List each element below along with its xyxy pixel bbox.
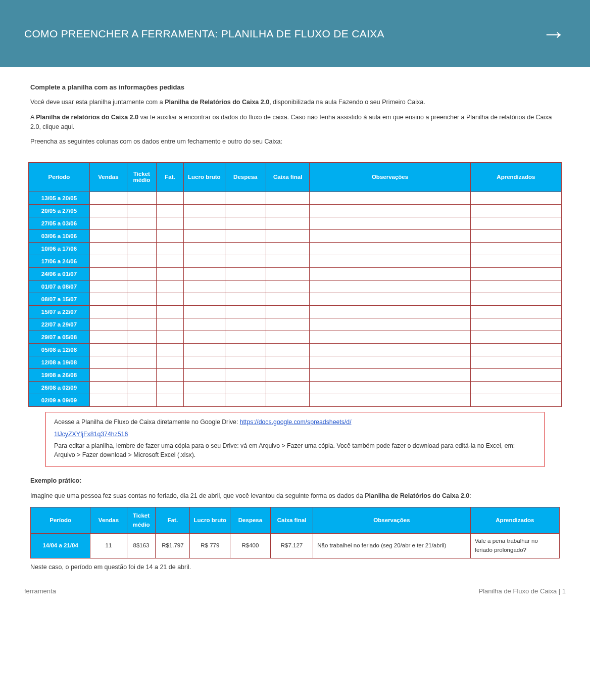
cell-despesa xyxy=(225,368,266,381)
intro-paragraph-1: Você deve usar esta planilha juntamente … xyxy=(30,98,560,107)
cell-ticket xyxy=(127,381,156,394)
cell-caixa xyxy=(266,331,309,343)
cell-apr xyxy=(470,293,561,305)
cell-caixa xyxy=(266,255,309,267)
ex-col-lucro: Lucro bruto xyxy=(190,507,230,534)
example-tail: Neste caso, o período em questão foi de … xyxy=(30,563,560,572)
cell-apr xyxy=(470,331,561,343)
table-row: 24/06 a 01/07 xyxy=(29,267,562,280)
ex-col-periodo: Período xyxy=(31,507,90,534)
cell-caixa xyxy=(266,280,309,293)
cell-ticket xyxy=(127,267,156,280)
cell-vendas xyxy=(89,343,127,356)
example-row: 14/04 a 21/04 11 8$163 R$1.797 R$ 779 R$… xyxy=(31,534,560,558)
table-row: 13/05 a 20/05 xyxy=(29,192,562,204)
intro-p1-c: , disponibilizada na aula Fazendo o seu … xyxy=(269,99,425,106)
cell-fat xyxy=(156,229,183,242)
cell-fat xyxy=(156,280,183,293)
cell-apr xyxy=(470,343,561,356)
cell-fat xyxy=(156,394,183,406)
table-row: 02/09 a 09/09 xyxy=(29,394,562,406)
cell-vendas xyxy=(89,280,127,293)
cell-apr xyxy=(470,217,561,229)
cell-lucro xyxy=(184,343,225,356)
cell-obs xyxy=(310,293,470,305)
cell-vendas xyxy=(89,356,127,368)
arrow-right-icon: → xyxy=(542,20,566,48)
cell-ticket xyxy=(127,192,156,204)
table-row: 27/05 a 03/06 xyxy=(29,217,562,229)
cell-lucro xyxy=(184,368,225,381)
table-row: 03/06 a 10/06 xyxy=(29,229,562,242)
cell-obs xyxy=(310,217,470,229)
cell-lucro xyxy=(184,204,225,217)
cell-caixa xyxy=(266,217,309,229)
col-ticket: Ticket médio xyxy=(127,162,156,192)
cell-periodo: 20/05 a 27/05 xyxy=(29,204,90,217)
cell-fat xyxy=(156,318,183,331)
cell-ticket xyxy=(127,280,156,293)
cell-periodo: 15/07 a 22/07 xyxy=(29,305,90,318)
cell-vendas xyxy=(89,204,127,217)
cell-periodo: 02/09 a 09/09 xyxy=(29,394,90,406)
cell-lucro xyxy=(184,381,225,394)
cell-caixa xyxy=(266,356,309,368)
cell-apr xyxy=(470,280,561,293)
cell-obs xyxy=(310,381,470,394)
cell-caixa xyxy=(266,293,309,305)
note-link-1[interactable]: https://docs.google.com/spreadsheets/d/ xyxy=(240,418,352,426)
cell-lucro xyxy=(184,356,225,368)
table-row: 29/07 a 05/08 xyxy=(29,331,562,343)
cell-vendas xyxy=(89,381,127,394)
example-header-row: Período Vendas Ticket médio Fat. Lucro b… xyxy=(31,507,560,534)
cell-periodo: 03/06 a 10/06 xyxy=(29,229,90,242)
cell-apr xyxy=(470,229,561,242)
cell-vendas xyxy=(89,331,127,343)
cell-lucro xyxy=(184,229,225,242)
intro-p1-a: Você deve usar esta planilha juntamente … xyxy=(30,99,165,106)
note-follow: Para editar a planilha, lembre de fazer … xyxy=(54,441,536,460)
cell-ticket xyxy=(127,368,156,381)
note-link-2[interactable]: 1lJcyZXYfjFx81q374hz516 xyxy=(54,431,128,438)
cell-vendas xyxy=(89,293,127,305)
cell-lucro xyxy=(184,318,225,331)
col-vendas: Vendas xyxy=(89,162,127,192)
cell-lucro xyxy=(184,217,225,229)
cell-despesa xyxy=(225,293,266,305)
cell-despesa xyxy=(225,331,266,343)
example-p-c: : xyxy=(469,492,471,499)
cell-apr xyxy=(470,242,561,255)
cell-apr xyxy=(470,267,561,280)
cell-despesa xyxy=(225,394,266,406)
table-row: 08/07 a 15/07 xyxy=(29,293,562,305)
table-row: 01/07 a 08/07 xyxy=(29,280,562,293)
col-despesa: Despesa xyxy=(225,162,266,192)
cell-lucro xyxy=(184,394,225,406)
cell-caixa xyxy=(266,394,309,406)
table-body: 13/05 a 20/0520/05 a 27/0527/05 a 03/060… xyxy=(29,192,562,406)
ex-vendas: 11 xyxy=(90,534,127,558)
cell-obs xyxy=(310,318,470,331)
cell-lucro xyxy=(184,242,225,255)
cell-caixa xyxy=(266,343,309,356)
drive-note-box: Acesse a Planilha de Fluxo de Caixa dire… xyxy=(45,412,545,468)
cell-lucro xyxy=(184,280,225,293)
cell-fat xyxy=(156,356,183,368)
cell-ticket xyxy=(127,217,156,229)
table-row: 15/07 a 22/07 xyxy=(29,305,562,318)
intro-p1-b: Planilha de Relatórios do Caixa 2.0 xyxy=(165,99,269,106)
ex-col-obs: Observações xyxy=(313,507,470,534)
note-link-line2: 1lJcyZXYfjFx81q374hz516 xyxy=(54,430,536,439)
ex-periodo: 14/04 a 21/04 xyxy=(31,534,90,558)
cell-vendas xyxy=(89,242,127,255)
cell-periodo: 05/08 a 12/08 xyxy=(29,343,90,356)
cell-periodo: 26/08 a 02/09 xyxy=(29,381,90,394)
page-footer: ferramenta Planilha de Fluxo de Caixa | … xyxy=(0,572,590,605)
table-row: 22/07 a 29/07 xyxy=(29,318,562,331)
cell-ticket xyxy=(127,318,156,331)
cell-periodo: 08/07 a 15/07 xyxy=(29,293,90,305)
example-heading: Exemplo prático: xyxy=(30,476,560,486)
example-section: Exemplo prático: Imagine que uma pessoa … xyxy=(0,467,590,572)
cell-caixa xyxy=(266,305,309,318)
cell-ticket xyxy=(127,305,156,318)
